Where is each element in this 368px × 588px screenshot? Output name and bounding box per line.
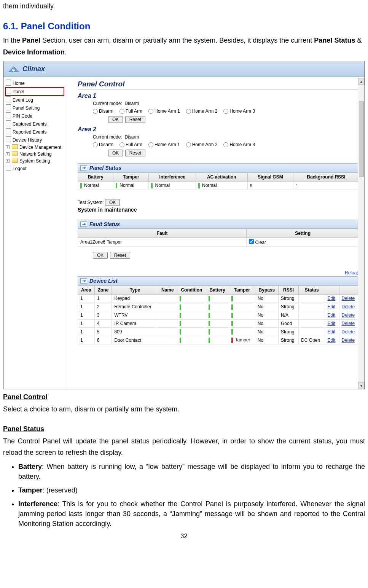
nav-home[interactable]: Home — [5, 79, 64, 87]
radio-homearm2[interactable]: Home Arm 2 — [186, 108, 218, 114]
checkbox-label: Clear — [255, 240, 266, 245]
radio-homearm1[interactable]: Home Arm 1 — [148, 108, 180, 114]
th: RSSI — [279, 286, 299, 295]
edit-link[interactable]: Edit — [327, 312, 335, 318]
reload-link[interactable]: Reload — [345, 270, 359, 276]
delete-link[interactable]: Delete — [342, 321, 355, 326]
status-indicator-icon — [231, 296, 233, 301]
delete-link[interactable]: Delete — [342, 312, 355, 318]
th-gsm: Signal GSM — [247, 173, 293, 182]
scroll-thumb[interactable] — [359, 101, 364, 177]
edit-link[interactable]: Edit — [327, 329, 335, 335]
radio-label: Home Arm 1 — [155, 142, 180, 147]
ok-button[interactable]: OK — [93, 252, 108, 259]
nav-devmgmt[interactable]: +Device Management — [5, 144, 64, 151]
device-list-bar: ➔ Device List — [78, 276, 359, 285]
reset-button[interactable]: Reset — [110, 252, 130, 259]
delete-link[interactable]: Delete — [342, 329, 355, 335]
device-list-table: AreaZoneTypeNameConditionBatteryTamperBy… — [78, 285, 359, 344]
test-ok-button[interactable]: OK — [105, 199, 120, 206]
expand-icon[interactable]: + — [6, 152, 10, 156]
svg-point-2 — [14, 69, 15, 70]
table-row: 15809NoStrongEditDelete — [78, 328, 359, 336]
cell: Edit — [325, 319, 339, 328]
cell: 9 — [250, 183, 253, 188]
nav-reported[interactable]: Reported Events — [5, 128, 64, 136]
delete-link[interactable]: Delete — [342, 304, 355, 309]
edit-link[interactable]: Edit — [327, 321, 335, 326]
ok-button[interactable]: OK — [108, 150, 123, 156]
edit-link[interactable]: Edit — [327, 296, 335, 301]
radio-label: Home Arm 2 — [192, 142, 218, 147]
nav-label: Panel Setting — [13, 105, 40, 111]
radio-homearm2[interactable]: Home Arm 2 — [186, 142, 218, 147]
radio-fullarm[interactable]: Full Arm — [119, 142, 142, 147]
panel-status-text: The Control Panel will update the panel … — [3, 435, 365, 459]
fault-cell: Area1Zone6 Tamper — [78, 238, 247, 247]
cell: Delete — [339, 319, 359, 328]
status-indicator-icon — [231, 329, 233, 335]
delete-link[interactable]: Delete — [342, 296, 355, 301]
nav-tree: Home Panel Event Log Panel Setting PIN C… — [3, 77, 66, 389]
radio-disarm[interactable]: Disarm — [93, 108, 113, 114]
ok-button[interactable]: OK — [108, 116, 123, 123]
clear-checkbox[interactable]: Clear — [249, 240, 266, 245]
reset-button[interactable]: Reset — [125, 150, 145, 156]
nav-captured[interactable]: Captured Events — [5, 120, 64, 128]
edit-link[interactable]: Edit — [327, 338, 335, 343]
nav-history[interactable]: Device History — [5, 136, 64, 144]
fault-status-bar: ➔ Fault Status — [78, 220, 359, 229]
intro-fragment: them individually. — [3, 2, 365, 10]
expand-icon[interactable]: + — [6, 145, 10, 149]
radio-homearm3[interactable]: Home Arm 3 — [223, 108, 255, 114]
nav-label: Device History — [13, 137, 42, 143]
nav-pincode[interactable]: PIN Code — [5, 112, 64, 120]
edit-link[interactable]: Edit — [327, 304, 335, 309]
nav-panel[interactable]: Panel — [5, 87, 64, 96]
cell — [158, 328, 177, 336]
radio-disarm[interactable]: Disarm — [93, 142, 113, 147]
cell: 1 — [94, 295, 112, 303]
arrow-icon: ➔ — [80, 165, 87, 171]
arrow-icon: ➔ — [80, 221, 87, 227]
cell — [229, 303, 255, 311]
cell — [206, 303, 229, 311]
cell: 5 — [94, 328, 112, 336]
folder-icon — [12, 144, 18, 150]
nav-eventlog[interactable]: Event Log — [5, 96, 64, 104]
delete-link[interactable]: Delete — [342, 338, 355, 343]
cell: No — [255, 311, 278, 319]
nav-logout[interactable]: Logout — [5, 164, 64, 172]
cell: 4 — [94, 319, 112, 328]
th-battery: Battery — [78, 173, 113, 182]
text: & — [355, 37, 362, 44]
status-indicator-icon — [209, 296, 210, 301]
radio-homearm1[interactable]: Home Arm 1 — [148, 142, 180, 147]
scroll-down-icon[interactable]: ▼ — [358, 382, 365, 389]
text-bold: Device Information — [3, 48, 65, 56]
expand-icon[interactable]: + — [6, 159, 10, 163]
status-indicator-icon — [80, 183, 82, 188]
nav-panelsetting[interactable]: Panel Setting — [5, 104, 64, 112]
scrollbar[interactable]: ▲ ▼ — [358, 78, 365, 389]
status-indicator-icon — [180, 338, 181, 343]
nav-system[interactable]: +System Setting — [5, 158, 64, 164]
scroll-up-icon[interactable]: ▲ — [358, 78, 365, 85]
reset-button[interactable]: Reset — [125, 116, 145, 123]
page-icon — [6, 96, 11, 104]
cell: 1 — [78, 311, 95, 319]
cell: No — [255, 319, 278, 328]
status-indicator-icon — [209, 304, 210, 310]
bullet-text: : When battery is running low, a “low ba… — [18, 463, 365, 480]
nav-network[interactable]: +Network Setting — [5, 151, 64, 158]
brand-logo-icon — [7, 64, 20, 74]
radio-homearm3[interactable]: Home Arm 3 — [223, 142, 255, 147]
bullet-head: Tamper — [18, 486, 43, 494]
radio-fullarm[interactable]: Full Arm — [119, 108, 142, 114]
th-setting: Setting — [247, 229, 359, 238]
nav-label: Panel — [13, 89, 24, 94]
page-icon — [6, 80, 11, 87]
current-mode-value: Disarm — [124, 134, 139, 140]
cell — [177, 328, 206, 336]
cell: No — [255, 303, 278, 311]
